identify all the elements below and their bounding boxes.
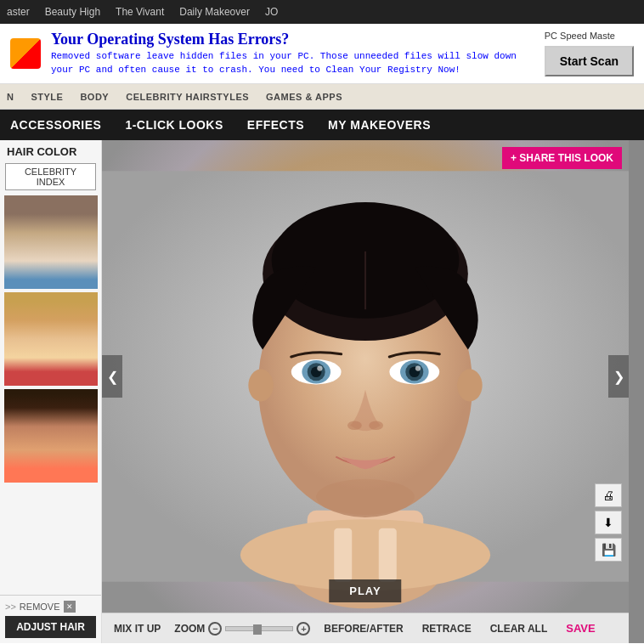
celebrity-photo-1[interactable]	[4, 195, 98, 289]
previous-arrow[interactable]: ❮	[102, 355, 122, 398]
canvas-area: + SHARE THIS LOOK ❮ ❯ PLAY 🖨 ⬇ 💾	[102, 140, 629, 613]
sidebar: HAIR COLOR CELEBRITY INDEX >> REMOVE ✕ A…	[0, 140, 102, 643]
svg-point-22	[347, 421, 362, 431]
ad-text-block: Your Operating System Has Errors? Remove…	[51, 31, 534, 76]
main-canvas: + SHARE THIS LOOK ❮ ❯ PLAY 🖨 ⬇ 💾	[102, 140, 629, 643]
hair-color-label: HAIR COLOR	[0, 140, 101, 163]
svg-rect-4	[334, 528, 352, 582]
adjust-hair-button[interactable]: ADJUST HAIR	[5, 616, 96, 638]
right-sidebar	[629, 140, 644, 643]
top-navigation: aster Beauty High The Vivant Daily Makeo…	[0, 0, 644, 24]
next-arrow[interactable]: ❯	[608, 355, 629, 398]
secondary-nav-item-celebrity-hairstyles[interactable]: CELEBRITY HAIRSTYLES	[126, 92, 249, 102]
face-svg	[102, 140, 629, 613]
celebrity-photos-list	[0, 195, 101, 595]
main-nav-accessories[interactable]: ACCESSORIES	[10, 118, 101, 132]
remove-x-button[interactable]: ✕	[64, 601, 76, 613]
celebrity-photo-3[interactable]	[4, 389, 98, 483]
secondary-nav-item-games[interactable]: GAMES & APPS	[266, 92, 342, 102]
celebrity-image-2	[4, 292, 98, 386]
ad-body: Removed software leave hidden files in y…	[51, 50, 534, 76]
svg-point-11	[457, 370, 482, 402]
topnav-item-the-vivant[interactable]: The Vivant	[116, 6, 164, 18]
main-nav-my-makeovers[interactable]: MY MAKEOVERS	[328, 118, 431, 132]
clear-all-button[interactable]: CLEAR ALL	[485, 620, 553, 637]
zoom-minus-button[interactable]: −	[208, 622, 222, 636]
sidebar-bottom-controls: >> REMOVE ✕ ADJUST HAIR	[0, 595, 101, 643]
ad-title: Your Operating System Has Errors?	[51, 31, 534, 48]
zoom-thumb[interactable]	[253, 624, 262, 635]
mix-it-up-button[interactable]: MIX IT UP	[109, 620, 166, 637]
download-button[interactable]: ⬇	[595, 511, 622, 534]
zoom-label: ZOOM	[174, 623, 205, 635]
ad-banner: Your Operating System Has Errors? Remove…	[0, 24, 644, 84]
secondary-nav-item-body[interactable]: BODY	[80, 92, 109, 102]
svg-point-10	[248, 370, 273, 402]
main-navigation: ACCESSORIES 1-CLICK LOOKS EFFECTS MY MAK…	[0, 110, 644, 140]
topnav-item-jo[interactable]: JO	[265, 6, 278, 18]
secondary-navigation: N STYLE BODY CELEBRITY HAIRSTYLES GAMES …	[0, 84, 644, 110]
celebrity-image-3	[4, 389, 98, 483]
svg-point-21	[415, 365, 421, 370]
main-nav-effects[interactable]: EFFECTS	[247, 118, 304, 132]
topnav-item-daily-makeover[interactable]: Daily Makeover	[179, 6, 250, 18]
svg-point-24	[316, 479, 415, 515]
bottom-toolbar: MIX IT UP ZOOM − + BEFORE/AFTER RETRACE …	[102, 613, 629, 643]
retrace-button[interactable]: RETRACE	[417, 620, 477, 637]
print-button[interactable]: 🖨	[595, 483, 622, 507]
before-after-button[interactable]: BEFORE/AFTER	[319, 620, 408, 637]
right-icon-panel: 🖨 ⬇ 💾	[595, 483, 622, 562]
svg-point-23	[369, 421, 383, 431]
content-area: HAIR COLOR CELEBRITY INDEX >> REMOVE ✕ A…	[0, 140, 644, 643]
zoom-plus-button[interactable]: +	[297, 622, 310, 636]
zoom-control: ZOOM − +	[174, 622, 310, 636]
celebrity-photo-2[interactable]	[4, 292, 98, 386]
arrow-icon: >>	[5, 602, 16, 612]
topnav-item-aster[interactable]: aster	[7, 6, 30, 18]
scan-button[interactable]: Start Scan	[545, 46, 634, 76]
ad-icon	[10, 38, 41, 69]
save-button[interactable]: SAVE	[561, 619, 600, 637]
floppy-disk-icon: 💾	[602, 543, 616, 556]
download-icon: ⬇	[603, 516, 613, 529]
svg-point-16	[317, 365, 322, 370]
main-nav-1click-looks[interactable]: 1-CLICK LOOKS	[125, 118, 223, 132]
ad-side-label: PC Speed Maste	[545, 31, 615, 41]
zoom-track[interactable]	[225, 626, 293, 631]
remove-row: >> REMOVE ✕	[5, 601, 96, 613]
save-icon-button[interactable]: 💾	[595, 538, 622, 562]
topnav-item-beauty-high[interactable]: Beauty High	[45, 6, 100, 18]
share-look-button[interactable]: + SHARE THIS LOOK	[502, 147, 622, 169]
celebrity-image-1	[4, 195, 98, 289]
secondary-nav-item-n[interactable]: N	[7, 92, 14, 102]
secondary-nav-item-style[interactable]: STYLE	[31, 92, 63, 102]
celebrity-index-button[interactable]: CELEBRITY INDEX	[5, 163, 96, 190]
print-icon: 🖨	[602, 489, 614, 502]
play-button[interactable]: PLAY	[329, 579, 401, 602]
svg-rect-5	[379, 528, 397, 582]
remove-button[interactable]: REMOVE	[20, 602, 60, 612]
